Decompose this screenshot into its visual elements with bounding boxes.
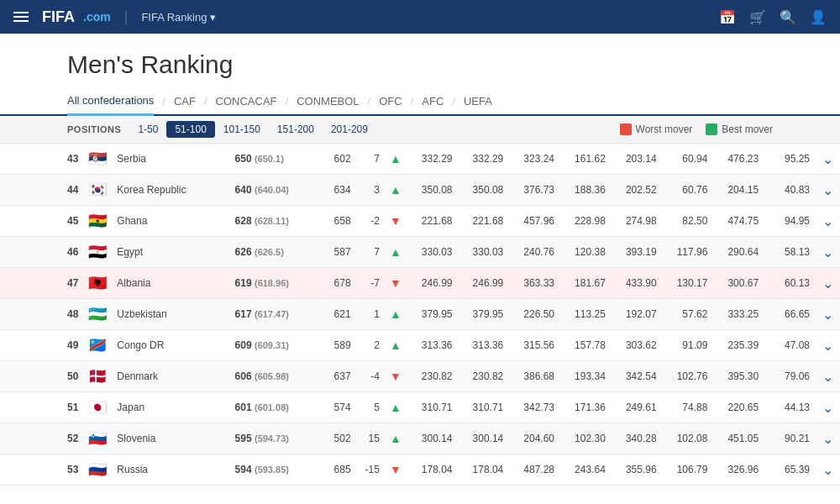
rank-cell: 45 — [0, 206, 83, 237]
shop-icon[interactable]: 🛒 — [749, 9, 766, 25]
rank-cell: 50 — [0, 361, 83, 392]
flag-cell: 🇬🇭 — [83, 206, 112, 237]
country-name[interactable]: Russia — [112, 454, 229, 486]
points-raw: (640.04) — [255, 185, 289, 195]
sep3: / — [277, 95, 297, 108]
direction-arrow: ▲ — [385, 144, 407, 175]
pos-tab-1-50[interactable]: 1-50 — [129, 121, 166, 138]
prev-points: 587 — [305, 237, 356, 268]
stat-2: 230.82 — [458, 361, 509, 392]
expand-cell[interactable]: ⌄ — [815, 299, 840, 330]
expand-cell[interactable]: ⌄ — [815, 144, 840, 175]
expand-icon[interactable]: ⌄ — [822, 370, 833, 384]
prev-points: 637 — [305, 361, 356, 392]
worst-mover-box — [620, 123, 632, 135]
country-name[interactable]: Serbia — [112, 144, 229, 175]
flag-cell: 🇦🇱 — [83, 268, 112, 299]
country-name[interactable]: Albania — [112, 268, 229, 299]
stat-4: 102.30 — [559, 423, 611, 454]
expand-icon[interactable]: ⌄ — [822, 401, 833, 415]
flag-cell: 🇸🇮 — [83, 423, 112, 454]
stat-1: 310.71 — [407, 392, 458, 423]
country-name[interactable]: Congo DR — [112, 330, 229, 361]
flag-icon: 🇺🇿 — [88, 306, 107, 323]
conf-tab-concacaf[interactable]: CONCACAF — [216, 88, 277, 114]
expand-cell[interactable]: ⌄ — [815, 330, 840, 361]
worst-mover-label: Worst mover — [636, 123, 693, 135]
expand-cell[interactable]: ⌄ — [815, 361, 840, 392]
table-row: 45 🇬🇭 Ghana 628 (628.11) 658 -2 ▼ 221.68… — [0, 206, 840, 237]
conf-tab-all[interactable]: All confederations — [67, 87, 154, 116]
country-name[interactable]: Slovenia — [112, 423, 229, 454]
expand-cell[interactable]: ⌄ — [815, 454, 840, 486]
pos-tab-151-200[interactable]: 151-200 — [269, 121, 323, 138]
rank-cell: 46 — [0, 237, 83, 268]
points-raw: (593.85) — [255, 465, 289, 475]
prev-points: 602 — [305, 144, 356, 175]
direction-arrow: ▲ — [385, 175, 407, 206]
stat-3: 226.50 — [508, 299, 559, 330]
expand-icon[interactable]: ⌄ — [822, 307, 833, 322]
country-name[interactable]: Egypt — [112, 237, 229, 268]
flag-icon: 🇯🇵 — [88, 399, 107, 416]
ranking-table-wrapper: 43 🇷🇸 Serbia 650 (650.1) 602 7 ▲ 332.29 … — [0, 144, 840, 486]
menu-icon[interactable] — [13, 12, 29, 22]
country-name[interactable]: Japan — [112, 392, 229, 423]
conf-tab-ofc[interactable]: OFC — [379, 88, 402, 114]
stat-7: 326.96 — [712, 454, 764, 486]
points-cell: 617 (617.47) — [230, 299, 305, 330]
stat-3: 386.68 — [508, 361, 559, 392]
conf-tab-caf[interactable]: CAF — [174, 88, 196, 114]
table-row: 51 🇯🇵 Japan 601 (601.08) 574 5 ▲ 310.71 … — [0, 392, 840, 423]
user-icon[interactable]: 👤 — [810, 9, 827, 25]
conf-tab-conmebol[interactable]: CONMEBOL — [297, 88, 359, 114]
stat-7: 395.30 — [712, 361, 764, 392]
expand-cell[interactable]: ⌄ — [815, 175, 840, 206]
arrow-up-icon: ▲ — [390, 339, 402, 352]
rank-cell: 48 — [0, 299, 83, 330]
country-name[interactable]: Denmark — [112, 361, 229, 392]
calendar-icon[interactable]: 📅 — [719, 9, 736, 25]
country-name[interactable]: Ghana — [112, 206, 229, 237]
stat-2: 330.03 — [458, 237, 509, 268]
header-nav[interactable]: FIFA Ranking ▾ — [141, 11, 216, 24]
expand-icon[interactable]: ⌄ — [822, 183, 833, 197]
table-row: 52 🇸🇮 Slovenia 595 (594.73) 502 15 ▲ 300… — [0, 423, 840, 454]
expand-icon[interactable]: ⌄ — [822, 339, 833, 353]
stat-2: 246.99 — [458, 268, 509, 299]
conf-tab-uefa[interactable]: UEFA — [464, 88, 492, 114]
expand-icon[interactable]: ⌄ — [822, 432, 833, 446]
stat-8: 47.08 — [764, 330, 815, 361]
expand-icon[interactable]: ⌄ — [822, 214, 833, 228]
points-raw: (618.96) — [255, 278, 289, 288]
points-cell: 601 (601.08) — [230, 392, 305, 423]
stat-3: 323.24 — [508, 144, 559, 175]
direction-arrow: ▲ — [385, 423, 407, 454]
search-icon[interactable]: 🔍 — [780, 9, 796, 25]
stat-4: 120.38 — [559, 237, 611, 268]
country-name[interactable]: Korea Republic — [112, 175, 229, 206]
expand-icon[interactable]: ⌄ — [822, 152, 833, 166]
stat-1: 350.08 — [407, 175, 458, 206]
expand-cell[interactable]: ⌄ — [815, 423, 840, 454]
expand-cell[interactable]: ⌄ — [815, 268, 840, 299]
logo-text: FIFA — [42, 8, 75, 26]
flag-icon: 🇷🇸 — [88, 150, 107, 167]
table-row: 43 🇷🇸 Serbia 650 (650.1) 602 7 ▲ 332.29 … — [0, 144, 840, 175]
flag-cell: 🇰🇷 — [83, 175, 112, 206]
sep4: / — [360, 95, 380, 108]
conf-tab-afc[interactable]: AFC — [422, 88, 444, 114]
flag-cell: 🇩🇰 — [83, 361, 112, 392]
pos-tab-101-150[interactable]: 101-150 — [215, 121, 269, 138]
expand-cell[interactable]: ⌄ — [815, 392, 840, 423]
expand-icon[interactable]: ⌄ — [822, 245, 833, 260]
country-name[interactable]: Uzbekistan — [112, 299, 229, 330]
pos-tab-51-100[interactable]: 51-100 — [166, 121, 214, 138]
expand-cell[interactable]: ⌄ — [815, 206, 840, 237]
expand-cell[interactable]: ⌄ — [815, 237, 840, 268]
stat-6: 130.17 — [662, 268, 713, 299]
pos-tab-201-209[interactable]: 201-209 — [323, 121, 376, 138]
expand-icon[interactable]: ⌄ — [822, 463, 833, 477]
expand-icon[interactable]: ⌄ — [822, 276, 833, 291]
stat-6: 106.79 — [662, 454, 713, 486]
